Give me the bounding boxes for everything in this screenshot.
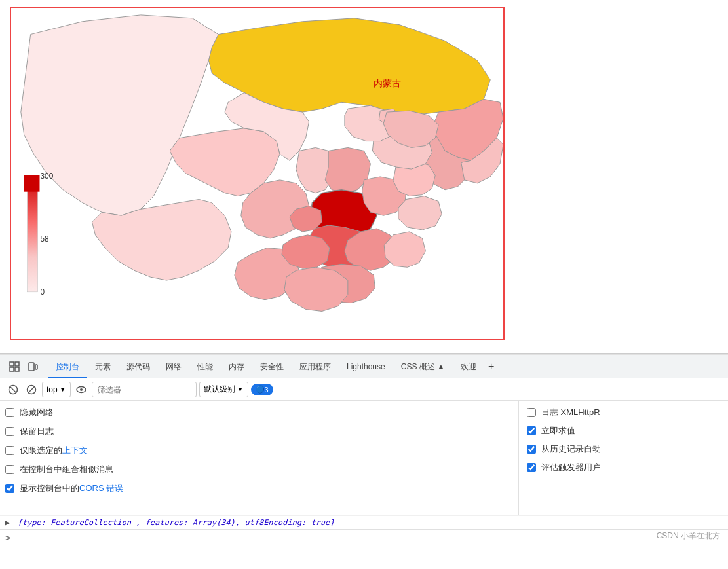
error-count: 🔵 [256,385,265,394]
log-xmlhttpr-checkbox[interactable] [527,408,536,417]
china-map-frame: 内蒙古 300 58 0 [10,7,505,340]
autocomplete-label: 从历史记录自动 [541,443,601,455]
tab-security[interactable]: 安全性 [252,355,292,378]
context-selector[interactable]: top ▼ [42,382,71,397]
svg-rect-4 [15,362,19,366]
context-selector-label: top [47,385,58,394]
legend-mid: 58 [40,234,49,244]
option-eager-eval: 立即求值 [527,422,720,440]
tab-memory-label: 内存 [229,362,244,371]
tab-console-label: 控制台 [56,362,79,371]
tab-welcome-label: 欢迎 [461,362,476,371]
option-hide-network: 隐藏网络 [5,403,513,422]
selected-context-checkbox[interactable] [5,446,14,455]
legend-min: 0 [40,287,45,297]
svg-rect-8 [35,365,37,369]
tab-network[interactable]: 网络 [158,355,189,378]
tab-security-label: 安全性 [260,362,284,371]
inspect-icon[interactable] [5,358,24,376]
preserve-log-checkbox[interactable] [5,427,14,436]
selected-context-label: 仅限选定的上下文 [20,445,88,456]
tab-more[interactable]: + [484,355,498,378]
group-similar-label: 在控制台中组合相似消息 [20,464,113,475]
devtools-panel: 控制台 元素 源代码 网络 性能 内存 安全性 应用程序 Lighthouse … [0,354,728,545]
level-selector-arrow: ▼ [237,386,244,393]
eval-triggers-label: 评估触发器用户 [541,462,601,473]
csdn-watermark: CSDN 小羊在北方 [657,530,720,541]
tab-application[interactable]: 应用程序 [292,355,339,378]
tab-lighthouse[interactable]: Lighthouse [339,355,393,378]
tab-sources-label: 源代码 [126,362,150,371]
block-icon[interactable] [24,382,39,397]
tab-css-overview[interactable]: CSS 概述 ▲ [393,355,453,378]
filter-input[interactable] [92,382,197,397]
china-map-svg: 内蒙古 300 58 0 [11,8,503,339]
tab-memory[interactable]: 内存 [221,355,252,378]
tab-css-overview-label: CSS 概述 ▲ [401,362,445,371]
eager-eval-label: 立即求值 [541,425,575,437]
map-container: 内蒙古 300 58 0 [0,0,728,354]
inner-mongolia-label: 内蒙古 [374,78,401,88]
tab-lighthouse-label: Lighthouse [347,362,385,371]
group-similar-checkbox[interactable] [5,465,14,474]
hide-network-checkbox[interactable] [5,408,14,417]
svg-rect-1 [28,175,38,292]
console-prompt: > [0,529,728,545]
tab-application-label: 应用程序 [299,362,331,371]
svg-rect-5 [10,367,14,371]
tab-separator-1 [45,360,45,373]
context-link[interactable]: 上下文 [62,445,88,455]
console-log-entry: ▶ {type: FeatureCollection , features: A… [0,515,728,529]
svg-point-14 [80,388,83,391]
cors-errors-label: 显示控制台中的CORS 错误 [20,483,123,494]
tab-sources[interactable]: 源代码 [119,355,158,378]
level-selector-label: 默认级别 [204,384,235,395]
level-selector[interactable]: 默认级别 ▼ [199,382,248,397]
autocomplete-checkbox[interactable] [527,445,536,454]
tab-elements-label: 元素 [95,362,111,371]
eager-eval-checkbox[interactable] [527,426,536,435]
option-selected-context: 仅限选定的上下文 [5,441,513,460]
right-options-panel: 日志 XMLHttpR 立即求值 从历史记录自动 评估触发器用户 [518,401,728,515]
tab-console[interactable]: 控制台 [48,355,87,378]
svg-line-12 [28,386,35,393]
console-toolbar: top ▼ 默认级别 ▼ 🔵 3 [0,378,728,401]
option-group-similar: 在控制台中组合相似消息 [5,460,513,479]
tab-elements[interactable]: 元素 [87,355,119,378]
svg-rect-3 [10,362,14,366]
option-autocomplete: 从历史记录自动 [527,440,720,458]
hide-network-label: 隐藏网络 [20,407,54,418]
tab-performance-label: 性能 [197,362,213,371]
error-count-badge: 🔵 3 [251,384,273,395]
tab-network-label: 网络 [166,362,182,371]
option-preserve-log: 保留日志 [5,422,513,441]
log-xmlhttpr-label: 日志 XMLHttpR [541,407,600,418]
preserve-log-label: 保留日志 [20,426,54,437]
left-options-panel: 隐藏网络 保留日志 仅限选定的上下文 在控制台中组合相似消息 显示控制台中的CO… [0,401,518,515]
console-options-area: 隐藏网络 保留日志 仅限选定的上下文 在控制台中组合相似消息 显示控制台中的CO… [0,401,728,545]
legend-max: 300 [40,172,53,181]
watermark-text: CSDN 小羊在北方 [657,531,720,540]
tab-welcome[interactable]: 欢迎 [453,355,484,378]
options-split: 隐藏网络 保留日志 仅限选定的上下文 在控制台中组合相似消息 显示控制台中的CO… [0,401,728,515]
svg-rect-7 [29,363,34,371]
svg-line-10 [10,387,16,392]
clear-console-btn[interactable] [5,382,21,397]
expand-triangle[interactable]: ▶ [5,518,10,527]
devtools-tabbar: 控制台 元素 源代码 网络 性能 内存 安全性 应用程序 Lighthouse … [0,355,728,378]
svg-rect-2 [24,175,40,192]
cors-errors-checkbox[interactable] [5,484,14,493]
badge-number: 3 [265,386,269,394]
option-cors-errors: 显示控制台中的CORS 错误 [5,479,513,498]
svg-rect-6 [15,367,19,371]
option-eval-triggers: 评估触发器用户 [527,458,720,477]
log-text: {type: FeatureCollection , features: Arr… [17,518,334,527]
context-selector-arrow: ▼ [60,386,66,393]
option-log-xmlhttpr: 日志 XMLHttpR [527,403,720,422]
eye-icon[interactable] [73,382,89,397]
device-toolbar-icon[interactable] [24,358,42,376]
tab-performance[interactable]: 性能 [189,355,221,378]
eval-triggers-checkbox[interactable] [527,463,536,472]
gt-symbol: > [5,532,10,543]
